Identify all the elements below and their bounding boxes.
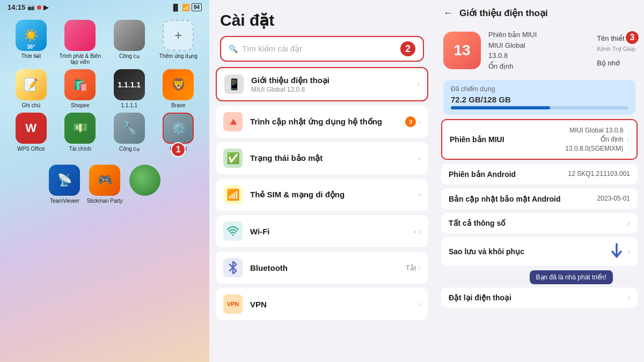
about-icon: 📱 xyxy=(224,75,244,94)
app-stickman[interactable]: 🎮 Stickman Party xyxy=(86,165,122,204)
settings-item-security[interactable]: ✅ Trạng thái bảo mật › xyxy=(216,142,428,174)
about-item-all-specs[interactable]: Tất cả thông số › xyxy=(441,213,638,233)
bluetooth-icon xyxy=(223,258,243,277)
security-title: Trạng thái bảo mật xyxy=(250,153,411,163)
support-channel-link[interactable]: Kênh Trợ Giúp xyxy=(597,46,635,53)
settings-list: 📱 Giới thiệu điện thoại MIUI Global 13.0… xyxy=(209,67,435,324)
about-header: ← Giới thiệu điện thoại xyxy=(435,0,644,23)
add-icon: + xyxy=(163,20,194,51)
about-right-links: 3 Tên thiết bị Kênh Trợ Giúp Bộ nhớ xyxy=(597,34,635,67)
backup-chevron: › xyxy=(627,247,630,256)
security-update-label: Bản cập nhật bảo mật Android xyxy=(449,195,561,203)
media-icon xyxy=(64,20,96,51)
about-subtitle: MIUI Global 13.0.8 xyxy=(251,86,409,93)
android-version-label: Phiên bản Android xyxy=(449,170,516,179)
app-teamviewer[interactable]: 📡 TeamViewer xyxy=(49,165,80,204)
circle-icon xyxy=(129,165,160,196)
security-right: › xyxy=(418,154,421,162)
app-finance[interactable]: 💵 Tài chính xyxy=(58,113,103,152)
storage-value: 72.2 GB/128 GB xyxy=(451,95,628,104)
settings-item-bluetooth[interactable]: Bluetooth Tắt › xyxy=(216,252,428,284)
about-item-miui-version[interactable]: Phiên bản MIUI MIUI Global 13.0.8Ổn định… xyxy=(441,119,638,160)
about-right: › xyxy=(417,80,420,88)
reset-chevron: › xyxy=(627,293,630,302)
wifi-status: - xyxy=(414,227,416,235)
home-screen: 14:15 📷 ▶ ▐▌ 📶 94 ☀️ 36° Thời tiết xyxy=(0,0,209,362)
settings-item-vpn[interactable]: VPN VPN › xyxy=(216,288,428,320)
bluetooth-text: Bluetooth xyxy=(250,263,398,272)
memory-link[interactable]: Bộ nhớ xyxy=(597,59,635,67)
app-tools2[interactable]: 🔧 Công cụ xyxy=(107,113,152,152)
settings-item-sim[interactable]: 📶 Thẻ SIM & mạng di động › xyxy=(216,179,428,211)
app-oneone[interactable]: 1.1.1.1 1.1.1.1 xyxy=(107,69,152,108)
about-item-backup[interactable]: Sao lưu và khôi phục › xyxy=(441,237,638,266)
settings-title: Cài đặt xyxy=(220,11,424,29)
update-icon: 🔺 xyxy=(223,112,243,131)
update-right: 3 › xyxy=(405,116,421,127)
app-shopee[interactable]: 🛍️ Shopee xyxy=(58,69,103,108)
app-settings[interactable]: ⚙️ Cài đặt 1 xyxy=(156,113,201,152)
app-circle[interactable] xyxy=(129,165,160,204)
about-chevron: › xyxy=(417,80,420,88)
back-arrow-icon[interactable]: ← xyxy=(443,8,453,19)
shopee-icon: 🛍️ xyxy=(64,69,96,100)
app-add[interactable]: + Thêm ứng dụng xyxy=(156,20,201,65)
step1-badge: 1 xyxy=(171,142,186,157)
app-wps[interactable]: W WPS Office xyxy=(9,113,54,152)
app-brave[interactable]: 🦁 Brave xyxy=(156,69,201,108)
finance-label: Tài chính xyxy=(69,146,91,152)
search-icon: 🔍 xyxy=(229,45,238,53)
storage-box: Đã chiếm dụng 72.2 GB/128 GB xyxy=(443,80,635,115)
search-bar[interactable]: 🔍 Tìm kiếm cài đặt 2 xyxy=(220,36,424,62)
app-media[interactable]: Trình phát & Biên tập viên xyxy=(58,20,103,65)
settings-item-about[interactable]: 📱 Giới thiệu điện thoại MIUI Global 13.0… xyxy=(216,67,428,101)
notes-icon: 📝 xyxy=(16,69,47,100)
settings-item-wifi[interactable]: Wi-Fi - › xyxy=(216,215,428,247)
backup-section: Sao lưu và khôi phục › Bạn đã là nhà phá… xyxy=(435,237,644,308)
wifi-status-icon: 📶 xyxy=(182,4,190,11)
teamviewer-icon: 📡 xyxy=(49,165,80,196)
miui-version-label: Phiên bản MIUI xyxy=(450,135,504,144)
update-title: Trình cập nhật ứng dụng hệ thống xyxy=(250,117,398,127)
about-item-reset[interactable]: Đặt lại điện thoại › xyxy=(441,287,638,308)
oneone-label: 1.1.1.1 xyxy=(121,102,137,108)
backup-label: Sao lưu và khôi phục xyxy=(449,247,524,256)
all-specs-label: Tất cả thông số xyxy=(449,219,506,227)
sim-text: Thẻ SIM & mạng di động xyxy=(250,190,411,200)
about-items: Phiên bản MIUI MIUI Global 13.0.8Ổn định… xyxy=(435,119,644,233)
stickman-label: Stickman Party xyxy=(86,198,122,204)
svg-point-0 xyxy=(232,234,234,236)
vpn-right: › xyxy=(418,300,421,308)
app-notes[interactable]: 📝 Ghi chú xyxy=(9,69,54,108)
bluetooth-title: Bluetooth xyxy=(250,263,398,272)
about-page-title: Giới thiệu điện thoại xyxy=(459,8,548,19)
about-text: Giới thiệu điện thoại MIUI Global 13.0.8 xyxy=(251,76,409,93)
update-badge: 3 xyxy=(405,116,416,127)
about-item-security-update[interactable]: Bản cập nhật bảo mật Android 2023-05-01 xyxy=(441,188,638,209)
vpn-chevron: › xyxy=(418,300,421,308)
teamviewer-label: TeamViewer xyxy=(50,198,79,204)
app-weather[interactable]: ☀️ 36° Thời tiết xyxy=(9,20,54,65)
step2-badge: 2 xyxy=(400,41,415,56)
miui-version-value: MIUI Global 13.0.8Ổn định13.0.8.0(SGEMIX… xyxy=(565,126,623,153)
tooltip-container: Bạn đã là nhà phát triển! xyxy=(441,268,621,286)
about-panel: ← Giới thiệu điện thoại 13 Phiên bản MIU… xyxy=(435,0,644,362)
settings-item-update[interactable]: 🔺 Trình cập nhật ứng dụng hệ thống 3 › xyxy=(216,106,428,138)
wps-label: WPS Office xyxy=(17,146,45,152)
app-tools[interactable]: Công cụ xyxy=(107,20,152,65)
miui-logo: 13 xyxy=(443,32,481,69)
signal-icon: ▐▌ xyxy=(171,4,180,11)
vpn-text: VPN xyxy=(250,300,411,309)
storage-fill xyxy=(451,106,550,109)
app-grid: ☀️ 36° Thời tiết Trình phát & Biên tập v… xyxy=(0,13,209,158)
tools2-icon: 🔧 xyxy=(114,113,145,144)
stickman-icon: 🎮 xyxy=(89,165,120,196)
status-time: 14:15 xyxy=(8,3,25,11)
record-icon xyxy=(37,5,41,10)
sim-title: Thẻ SIM & mạng di động xyxy=(250,190,411,200)
about-item-android[interactable]: Phiên bản Android 12 SKQ1.211103.001 xyxy=(441,164,638,184)
miui-version-line2: MIUI Global xyxy=(488,40,589,51)
weather-label: Thời tiết xyxy=(21,53,41,59)
settings-icon: ⚙️ xyxy=(163,113,194,144)
tools2-label: Công cụ xyxy=(119,146,140,152)
